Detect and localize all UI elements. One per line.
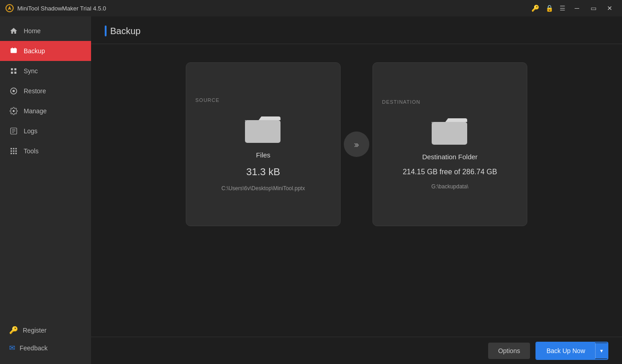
close-button[interactable]: ✕ bbox=[603, 3, 617, 13]
source-card-content: Files 31.3 kB C:\Users\6v\Desktop\MiniTo… bbox=[195, 114, 331, 192]
sidebar-item-tools[interactable]: Tools bbox=[0, 141, 91, 161]
bottom-bar: Options Back Up Now ▾ bbox=[91, 337, 622, 364]
page-header: Backup bbox=[91, 16, 622, 44]
destination-card-content: Destination Folder 214.15 GB free of 286… bbox=[382, 116, 518, 190]
page-title-bar: Backup bbox=[105, 25, 141, 36]
tools-icon bbox=[9, 147, 18, 156]
sidebar-bottom: 🔑 Register ✉ Feedback bbox=[0, 321, 91, 364]
title-bar: MiniTool ShadowMaker Trial 4.5.0 🔑 🔒 ☰ ─… bbox=[0, 0, 622, 16]
feedback-label: Feedback bbox=[20, 344, 47, 352]
logs-icon bbox=[9, 126, 18, 136]
sync-icon bbox=[9, 66, 18, 76]
app-title: MiniTool ShadowMaker Trial 4.5.0 bbox=[17, 5, 106, 12]
sidebar-item-sync[interactable]: Sync bbox=[0, 61, 91, 81]
sidebar-label-home: Home bbox=[24, 27, 41, 35]
destination-folder-name: Destination Folder bbox=[422, 153, 478, 161]
destination-card[interactable]: DESTINATION Destination Folder 214.15 GB… bbox=[372, 62, 527, 226]
register-label: Register bbox=[23, 327, 46, 334]
page-title-accent bbox=[105, 25, 107, 36]
backup-dropdown-button[interactable]: ▾ bbox=[595, 343, 607, 359]
source-file-path: C:\Users\6v\Desktop\MiniTool.pptx bbox=[221, 185, 305, 192]
feedback-icon: ✉ bbox=[9, 344, 15, 352]
options-button[interactable]: Options bbox=[488, 343, 530, 359]
destination-folder-icon bbox=[432, 116, 468, 146]
backup-icon bbox=[9, 46, 18, 56]
sidebar-label-sync: Sync bbox=[24, 67, 38, 75]
destination-card-label: DESTINATION bbox=[382, 99, 420, 105]
sidebar-label-manage: Manage bbox=[24, 107, 47, 115]
sidebar-label-backup: Backup bbox=[24, 47, 45, 55]
svg-rect-7 bbox=[245, 120, 280, 143]
arrow-circle: ››› bbox=[344, 131, 369, 157]
title-bar-left: MiniTool ShadowMaker Trial 4.5.0 bbox=[5, 4, 106, 12]
content-area: Backup SOURCE Files 31.3 kB C:\Users\ bbox=[91, 16, 622, 364]
sidebar-item-logs[interactable]: Logs bbox=[0, 121, 91, 141]
register-item[interactable]: 🔑 Register bbox=[0, 321, 91, 339]
page-title: Backup bbox=[110, 26, 141, 36]
arrow-connector: ››› bbox=[341, 131, 372, 158]
sidebar-item-manage[interactable]: Manage bbox=[0, 101, 91, 121]
sidebar-label-tools: Tools bbox=[24, 147, 39, 155]
lock-icon[interactable]: 🔒 bbox=[544, 4, 555, 13]
manage-icon bbox=[9, 106, 18, 116]
backup-button-group: Back Up Now ▾ bbox=[535, 342, 608, 360]
svg-rect-1 bbox=[10, 48, 17, 53]
destination-free-space: 214.15 GB free of 286.74 GB bbox=[403, 168, 497, 176]
title-bar-controls: 🔑 🔒 ☰ ─ ▭ ✕ bbox=[530, 3, 617, 13]
app-logo-icon bbox=[5, 4, 14, 12]
sidebar: Home Backup Sync Restore Manage bbox=[0, 16, 91, 364]
source-card[interactable]: SOURCE Files 31.3 kB C:\Users\6v\Desktop… bbox=[186, 62, 341, 226]
svg-rect-8 bbox=[432, 122, 467, 145]
home-icon bbox=[9, 26, 18, 35]
sidebar-item-backup[interactable]: Backup bbox=[0, 41, 91, 61]
register-icon: 🔑 bbox=[9, 326, 18, 334]
svg-point-5 bbox=[13, 110, 15, 112]
sidebar-item-restore[interactable]: Restore bbox=[0, 81, 91, 101]
source-folder-icon bbox=[245, 114, 281, 144]
destination-path: G:\backupdata\ bbox=[431, 183, 468, 190]
restore-button[interactable]: ▭ bbox=[586, 3, 600, 13]
feedback-item[interactable]: ✉ Feedback bbox=[0, 339, 91, 357]
restore-icon bbox=[9, 86, 18, 96]
sidebar-label-restore: Restore bbox=[24, 87, 46, 95]
sidebar-label-logs: Logs bbox=[24, 127, 37, 135]
cards-area: SOURCE Files 31.3 kB C:\Users\6v\Desktop… bbox=[91, 44, 622, 337]
backup-now-button[interactable]: Back Up Now bbox=[536, 343, 595, 359]
source-file-name: Files bbox=[256, 151, 270, 159]
main-layout: Home Backup Sync Restore Manage bbox=[0, 16, 622, 364]
source-file-size: 31.3 kB bbox=[246, 166, 280, 178]
sidebar-item-home[interactable]: Home bbox=[0, 21, 91, 41]
menu-icon[interactable]: ☰ bbox=[558, 4, 567, 13]
key-icon[interactable]: 🔑 bbox=[530, 4, 541, 13]
minimize-button[interactable]: ─ bbox=[570, 3, 584, 13]
source-card-label: SOURCE bbox=[195, 97, 219, 103]
